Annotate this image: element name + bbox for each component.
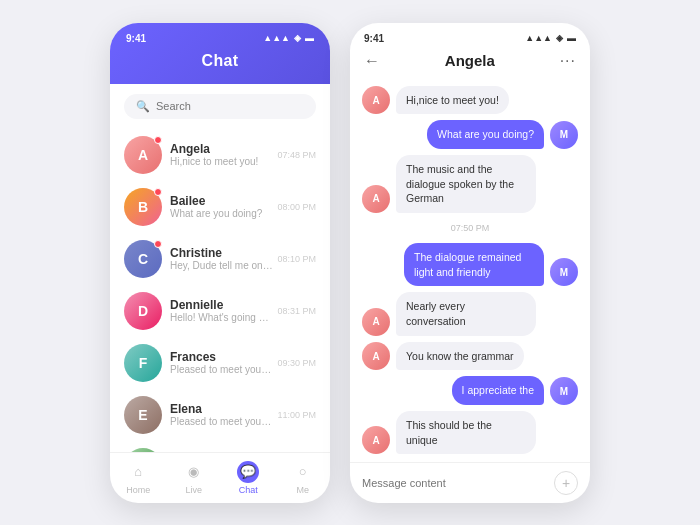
message-row: AYou know the grammar	[362, 342, 578, 371]
message-row: AThis should be the unique	[362, 411, 578, 454]
msg-avatar: A	[362, 185, 390, 213]
left-time: 9:41	[126, 33, 146, 44]
list-item[interactable]: D Dennielle Hello! What's going on? 08:3…	[116, 285, 324, 337]
message-row: MI appreciate the	[362, 376, 578, 405]
send-button[interactable]: +	[554, 471, 578, 495]
avatar-wrap: D	[124, 292, 162, 330]
right-phone: 9:41 ▲▲▲ ◈ ▬ ← Angela ··· AHi,nice to me…	[350, 23, 590, 503]
chat-list: A Angela Hi,nice to meet you! 07:48 PM B…	[110, 129, 330, 452]
msg-avatar: M	[550, 377, 578, 405]
message-preview: Pleased to meet you again!	[170, 416, 273, 427]
search-icon: 🔍	[136, 100, 150, 113]
unread-badge	[154, 136, 162, 144]
message-time: 08:10 PM	[277, 254, 316, 264]
message-bubble: What are you doing?	[427, 120, 544, 149]
avatar: F	[124, 344, 162, 382]
message-row: AThe music and the dialogue spoken by th…	[362, 155, 578, 213]
message-preview: Hey, Dude tell me one thing?	[170, 260, 273, 271]
list-item[interactable]: B Bailee What are you doing? 08:00 PM	[116, 181, 324, 233]
avatar-wrap: F	[124, 344, 162, 382]
avatar-wrap: B	[124, 188, 162, 226]
message-row: ANearly every conversation	[362, 292, 578, 335]
avatar-wrap: C	[124, 240, 162, 278]
left-header: 9:41 ▲▲▲ ◈ ▬ Chat	[110, 23, 330, 84]
msg-avatar: M	[550, 121, 578, 149]
message-time: 08:31 PM	[277, 306, 316, 316]
chat-info: Christine Hey, Dude tell me one thing?	[170, 246, 273, 271]
unread-badge	[154, 240, 162, 248]
home-icon: ⌂	[127, 461, 149, 483]
avatar: D	[124, 292, 162, 330]
left-status-bar: 9:41 ▲▲▲ ◈ ▬	[126, 33, 314, 44]
list-item[interactable]: F Frances Pleased to meet you again! 09:…	[116, 337, 324, 389]
chat-icon: 💬	[237, 461, 259, 483]
message-preview: Hi,nice to meet you!	[170, 156, 273, 167]
message-time: 08:00 PM	[277, 202, 316, 212]
chat-info: Dennielle Hello! What's going on?	[170, 298, 273, 323]
chat-info: Elena Pleased to meet you again!	[170, 402, 273, 427]
message-input[interactable]	[362, 477, 546, 489]
nav-label: Me	[296, 485, 309, 495]
message-input-row: +	[350, 462, 590, 503]
message-preview: What are you doing?	[170, 208, 273, 219]
message-row: AHi,nice to meet you!	[362, 86, 578, 115]
left-status-icons: ▲▲▲ ◈ ▬	[263, 33, 314, 44]
contact-name: Christine	[170, 246, 273, 260]
msg-avatar: A	[362, 86, 390, 114]
msg-avatar: M	[550, 258, 578, 286]
contact-name: Frances	[170, 350, 273, 364]
nav-item-live[interactable]: ◉ Live	[183, 461, 205, 495]
nav-label: Home	[126, 485, 150, 495]
list-item[interactable]: C Christine Hey, Dude tell me one thing?…	[116, 233, 324, 285]
right-signal-icon: ▲▲▲	[525, 33, 552, 43]
chat-info: Bailee What are you doing?	[170, 194, 273, 219]
avatar-wrap: An	[124, 448, 162, 452]
message-time: 11:00 PM	[277, 410, 316, 420]
right-battery-icon: ▬	[567, 33, 576, 43]
message-time: 07:48 PM	[277, 150, 316, 160]
bottom-nav: ⌂ Home ◉ Live 💬 Chat ○ Me	[110, 452, 330, 503]
message-bubble: This should be the unique	[396, 411, 536, 454]
avatar: An	[124, 448, 162, 452]
msg-avatar: A	[362, 308, 390, 336]
left-phone: 9:41 ▲▲▲ ◈ ▬ Chat 🔍 A Angela Hi,nice to …	[110, 23, 330, 503]
battery-icon: ▬	[305, 33, 314, 43]
avatar-wrap: E	[124, 396, 162, 434]
more-options-button[interactable]: ···	[560, 52, 576, 70]
time-divider: 07:50 PM	[362, 223, 578, 233]
msg-avatar: A	[362, 342, 390, 370]
contact-name: Bailee	[170, 194, 273, 208]
msg-avatar: A	[362, 426, 390, 454]
avatar-wrap: A	[124, 136, 162, 174]
list-item[interactable]: E Elena Pleased to meet you again! 11:00…	[116, 389, 324, 441]
nav-label: Live	[185, 485, 202, 495]
wifi-icon: ◈	[294, 33, 301, 43]
message-row: MWhat are you doing?	[362, 120, 578, 149]
message-row: MThe dialogue remained light and friendl…	[362, 243, 578, 286]
message-bubble: The dialogue remained light and friendly	[404, 243, 544, 286]
list-item[interactable]: An Angelica ... 11:40 PM	[116, 441, 324, 452]
search-bar[interactable]: 🔍	[124, 94, 316, 119]
message-bubble: You know the grammar	[396, 342, 524, 371]
right-wifi-icon: ◈	[556, 33, 563, 43]
message-bubble: The music and the dialogue spoken by the…	[396, 155, 536, 213]
contact-name: Elena	[170, 402, 273, 416]
message-bubble: I appreciate the	[452, 376, 544, 405]
message-preview: Pleased to meet you again!	[170, 364, 273, 375]
message-preview: Hello! What's going on?	[170, 312, 273, 323]
nav-label: Chat	[239, 485, 258, 495]
right-time: 9:41	[364, 33, 384, 44]
search-input[interactable]	[156, 100, 304, 112]
live-icon: ◉	[183, 461, 205, 483]
signal-icon: ▲▲▲	[263, 33, 290, 43]
message-time: 09:30 PM	[277, 358, 316, 368]
back-button[interactable]: ←	[364, 52, 380, 70]
list-item[interactable]: A Angela Hi,nice to meet you! 07:48 PM	[116, 129, 324, 181]
message-bubble: Hi,nice to meet you!	[396, 86, 509, 115]
contact-name: Dennielle	[170, 298, 273, 312]
nav-item-me[interactable]: ○ Me	[292, 461, 314, 495]
message-bubble: Nearly every conversation	[396, 292, 536, 335]
nav-item-home[interactable]: ⌂ Home	[126, 461, 150, 495]
nav-item-chat[interactable]: 💬 Chat	[237, 461, 259, 495]
chat-header: 9:41 ▲▲▲ ◈ ▬ ← Angela ···	[350, 23, 590, 78]
